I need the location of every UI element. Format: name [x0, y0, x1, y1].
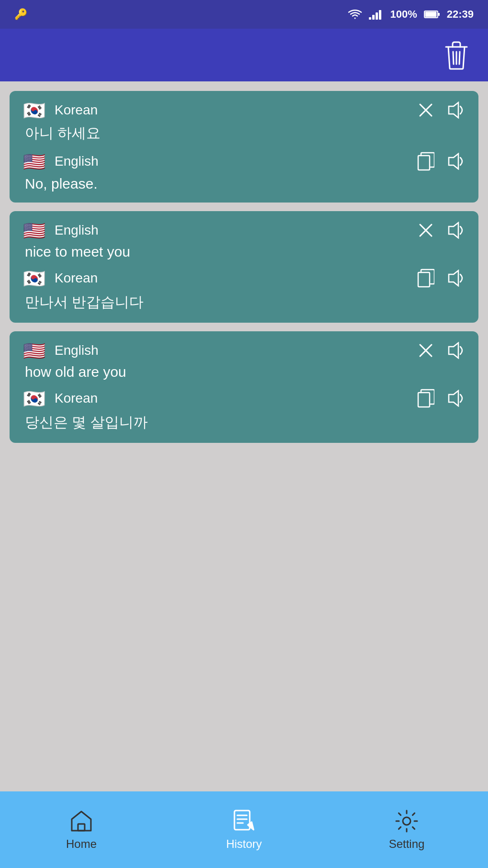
nav-item-home[interactable]: Home	[0, 791, 163, 868]
source-text-1: nice to meet you	[25, 244, 465, 260]
svg-rect-5	[425, 12, 436, 17]
translation-card-0: 🇰🇷 Korean 아니 하세요	[10, 91, 478, 203]
target-flag-0: 🇺🇸	[23, 153, 48, 170]
card-top-row-0: 🇰🇷 Korean	[23, 101, 465, 119]
sound-source-button-1[interactable]	[446, 222, 465, 239]
source-lang-text-2: English	[55, 343, 99, 358]
source-lang-label-1: 🇺🇸 English	[23, 222, 99, 239]
settings-circle	[403, 817, 410, 825]
svg-rect-2	[376, 12, 378, 20]
copy-button-0[interactable]	[417, 152, 434, 171]
svg-rect-13	[418, 156, 430, 170]
nav-label-setting: Setting	[389, 837, 425, 851]
card-bottom-row-0: 🇺🇸 English	[23, 152, 465, 171]
source-lang-label-0: 🇰🇷 Korean	[23, 101, 98, 119]
home-icon	[72, 812, 91, 831]
svg-marker-12	[449, 102, 458, 118]
target-lang-label-0: 🇺🇸 English	[23, 153, 99, 170]
card-top-actions-2	[417, 342, 465, 359]
close-button-2[interactable]	[417, 342, 434, 359]
card-bottom-actions-1	[417, 269, 465, 288]
translation-card-1: 🇺🇸 English nice to meet you	[10, 211, 478, 323]
card-bottom-row-1: 🇰🇷 Korean	[23, 269, 465, 288]
card-bottom-actions-0	[417, 152, 465, 171]
history-doc	[234, 811, 250, 830]
wifi-icon	[348, 9, 362, 20]
signal-icon	[369, 9, 383, 20]
svg-rect-3	[379, 10, 381, 20]
source-text-0: 아니 하세요	[25, 124, 465, 143]
target-flag-2: 🇰🇷	[23, 390, 48, 407]
source-lang-text-1: English	[55, 223, 99, 238]
target-lang-label-1: 🇰🇷 Korean	[23, 270, 98, 287]
source-lang-label-2: 🇺🇸 English	[23, 342, 99, 359]
key-icon: 🔑	[14, 8, 27, 21]
copy-button-2[interactable]	[417, 389, 434, 408]
svg-line-7	[453, 52, 454, 64]
settings-spokes	[396, 811, 417, 832]
sound-target-button-2[interactable]	[446, 390, 465, 407]
card-top-actions-1	[417, 222, 465, 239]
delete-all-button[interactable]	[444, 40, 469, 70]
target-lang-text-1: Korean	[55, 271, 98, 286]
source-flag-2: 🇺🇸	[23, 342, 48, 359]
svg-rect-0	[369, 17, 371, 20]
target-lang-label-2: 🇰🇷 Korean	[23, 390, 98, 407]
card-bottom-actions-2	[417, 389, 465, 408]
source-flag-1: 🇺🇸	[23, 222, 48, 239]
card-top-actions-0	[417, 101, 465, 119]
sound-target-button-1[interactable]	[446, 270, 465, 287]
svg-line-9	[459, 52, 460, 64]
bottom-nav: Home History Setting	[0, 791, 488, 868]
svg-rect-6	[438, 13, 440, 16]
home-door	[78, 824, 85, 831]
copy-button-1[interactable]	[417, 269, 434, 288]
target-text-0: No, please.	[25, 176, 465, 192]
card-top-row-1: 🇺🇸 English	[23, 222, 465, 239]
target-text-2: 당신은 몇 살입니까	[25, 413, 465, 432]
source-lang-text-0: Korean	[55, 102, 98, 118]
battery-text: 100%	[390, 8, 417, 21]
status-right: 100% 22:39	[348, 8, 474, 21]
status-left: 🔑	[14, 8, 27, 21]
target-lang-text-0: English	[55, 154, 99, 169]
nav-item-setting[interactable]: Setting	[325, 791, 488, 868]
target-flag-1: 🇰🇷	[23, 270, 48, 287]
sound-target-button-0[interactable]	[446, 153, 465, 170]
svg-marker-14	[449, 154, 458, 169]
svg-marker-22	[449, 343, 458, 358]
close-button-0[interactable]	[417, 101, 434, 119]
svg-rect-1	[372, 15, 375, 20]
target-text-1: 만나서 반갑습니다	[25, 293, 465, 312]
history-pen	[248, 822, 254, 830]
sound-source-button-0[interactable]	[446, 101, 465, 119]
main-content: 🇰🇷 Korean 아니 하세요	[0, 81, 488, 791]
status-bar: 🔑 100% 22:39	[0, 0, 488, 29]
time-display: 22:39	[447, 8, 474, 21]
sound-source-button-2[interactable]	[446, 342, 465, 359]
svg-marker-24	[449, 391, 458, 406]
source-text-2: how old are you	[25, 364, 465, 380]
card-top-row-2: 🇺🇸 English	[23, 342, 465, 359]
nav-label-home: Home	[66, 837, 97, 851]
svg-rect-18	[418, 272, 430, 287]
nav-item-history[interactable]: History	[163, 791, 325, 868]
target-lang-text-2: Korean	[55, 391, 98, 406]
close-button-1[interactable]	[417, 222, 434, 239]
source-flag-0: 🇰🇷	[23, 101, 48, 119]
toolbar	[0, 29, 488, 81]
svg-rect-23	[418, 393, 430, 407]
svg-marker-19	[449, 271, 458, 286]
nav-label-history: History	[226, 837, 262, 851]
battery-icon	[424, 10, 440, 19]
svg-marker-17	[449, 223, 458, 238]
translation-card-2: 🇺🇸 English how old are you	[10, 331, 478, 443]
card-bottom-row-2: 🇰🇷 Korean	[23, 389, 465, 408]
